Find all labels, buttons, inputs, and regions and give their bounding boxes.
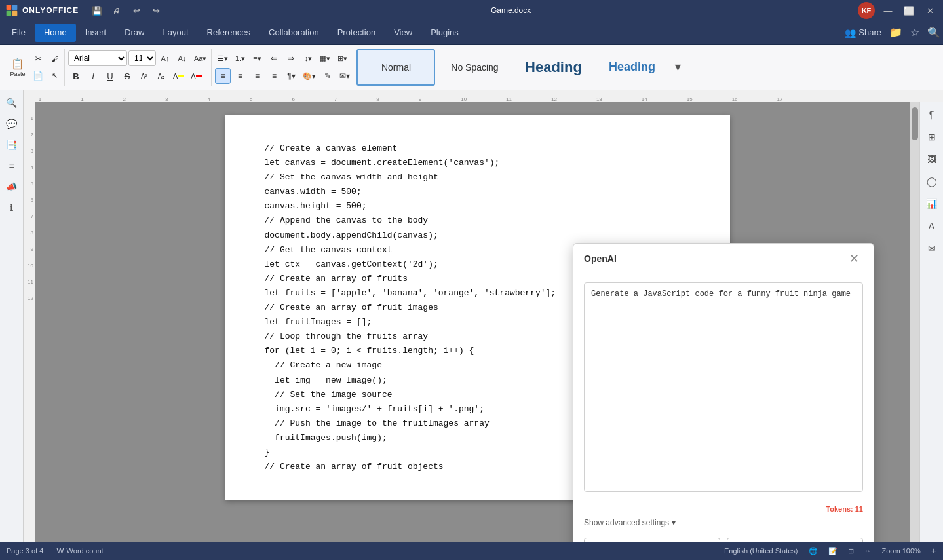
select-btn[interactable]: ↖ [47,68,62,84]
right-panel: ¶ ⊞ 🖼 ◯ 📊 A ✉ [919,102,943,542]
shading-btn[interactable]: ▦▾ [317,50,333,66]
scrollbar-thumb[interactable] [912,107,918,140]
strikethrough-btn[interactable]: S [119,68,135,84]
font-family-select[interactable]: Arial [68,50,127,66]
language-indicator[interactable]: English (United States) [724,547,798,555]
menu-home[interactable]: Home [35,24,76,42]
clear-button[interactable]: Clear [727,538,863,542]
submit-button[interactable]: Submit [584,538,720,542]
style-heading1[interactable]: Heading [514,49,592,86]
nav-btn[interactable]: ≡ [2,156,22,176]
menu-protection[interactable]: Protection [328,24,385,42]
save-btn[interactable]: 💾 [89,3,105,18]
decrease-font-btn[interactable]: A↓ [174,50,190,66]
fill-color-btn[interactable]: 🎨▾ [300,68,318,84]
text-art-btn[interactable]: A [922,216,942,236]
cut-btn[interactable]: ✂ [30,51,46,67]
line-spacing-btn[interactable]: ↕▾ [300,50,316,66]
undo-btn[interactable]: ↩ [128,3,144,18]
bookmarks-btn[interactable]: 📑 [2,135,22,155]
style-heading2[interactable]: Heading [592,49,671,86]
subscript-btn[interactable]: A₂ [153,68,169,84]
find-btn[interactable]: 🔍 [2,93,22,113]
layout-icon[interactable]: ⊞ [848,547,854,555]
numbering-btn[interactable]: 1.▾ [232,50,248,66]
align-right-btn[interactable]: ≡ [249,68,265,84]
underline-btn[interactable]: U [102,68,118,84]
format-painter-btn[interactable]: 🖌 [47,51,62,67]
justify-btn[interactable]: ≡ [266,68,282,84]
menu-insert[interactable]: Insert [76,24,116,42]
menu-file[interactable]: File [3,24,35,42]
menu-references[interactable]: References [198,24,260,42]
chart-btn[interactable]: 📊 [922,194,942,214]
spell-check-icon[interactable]: 🌐 [809,547,818,555]
mail-merge-btn[interactable]: ✉▾ [337,68,353,84]
tokens-value: 11 [855,505,863,513]
svg-rect-1 [12,5,18,10]
scrollbar[interactable] [910,102,919,542]
document-area[interactable]: // Create a canvas elementlet canvas = d… [35,102,919,542]
maximize-btn[interactable]: ⬜ [901,3,917,18]
paste-btn[interactable]: 📋Paste [6,52,29,83]
mail-btn[interactable]: ✉ [922,238,942,258]
font-color-btn[interactable]: A [188,68,204,84]
feedback-btn[interactable]: 📣 [2,177,22,196]
svg-rect-0 [7,5,12,10]
paragraph-mark-btn[interactable]: ¶ [922,105,942,124]
increase-font-btn[interactable]: A↑ [157,50,173,66]
menu-view[interactable]: View [385,24,421,42]
share-button[interactable]: 👥 Share [845,28,881,38]
styles-expand-btn[interactable]: ▼ [671,49,684,86]
superscript-btn[interactable]: A² [136,68,152,84]
tokens-label: Tokens: [826,505,853,513]
font-size-select[interactable]: 11 [128,50,156,66]
menu-draw[interactable]: Draw [115,24,153,42]
toolbar: 📋Paste ✂ 📄 🖌 ↖ Arial 11 A↑ A↓ Aa▾ [0,45,943,90]
folder-icon[interactable]: 📁 [889,26,902,39]
app-logo: ONLYOFFICE [5,4,79,17]
change-case-btn[interactable]: Aa▾ [191,50,209,66]
prompt-input[interactable]: Generate a JavaScript code for a funny f… [584,282,863,492]
menu-plugins[interactable]: Plugins [421,24,468,42]
word-count-label: Word count [67,547,104,555]
highlight-btn[interactable]: A [170,68,187,84]
minimize-btn[interactable]: — [880,3,896,18]
ruler-area: -1 1 2 3 4 5 6 7 8 9 10 11 12 13 14 15 1… [24,90,943,542]
image-btn[interactable]: 🖼 [922,149,942,169]
menu-collaboration[interactable]: Collaboration [260,24,328,42]
table-btn[interactable]: ⊞ [922,127,942,147]
decrease-indent-btn[interactable]: ⇐ [266,50,282,66]
dialog-close-btn[interactable]: ✕ [845,252,863,266]
comments-btn[interactable]: 💬 [2,114,22,134]
user-avatar[interactable]: KF [858,2,875,19]
word-count[interactable]: W Word count [56,546,103,555]
style-normal[interactable]: Normal [356,49,435,86]
redo-btn[interactable]: ↪ [148,3,164,18]
code-line: // Set the canvas width and height [265,170,691,185]
align-center-btn[interactable]: ≡ [232,68,248,84]
track-changes-icon[interactable]: 📝 [828,547,837,555]
search-menu-icon[interactable]: 🔍 [927,26,940,39]
show-advanced-btn[interactable]: Show advanced settings ▾ [573,515,874,532]
copy-btn[interactable]: 📄 [30,68,46,84]
star-icon[interactable]: ☆ [910,26,919,39]
close-window-btn[interactable]: ✕ [922,3,938,18]
align-left-btn[interactable]: ≡ [215,68,231,84]
bold-btn[interactable]: B [68,68,84,84]
menu-layout[interactable]: Layout [154,24,198,42]
italic-btn[interactable]: I [85,68,101,84]
copy-style-btn[interactable]: ✎ [320,68,336,84]
style-no-spacing[interactable]: No Spacing [435,49,514,86]
multilevel-btn[interactable]: ≡▾ [249,50,265,66]
info-btn[interactable]: ℹ [2,198,22,217]
para-mark-btn[interactable]: ¶▾ [283,68,299,84]
print-btn[interactable]: 🖨 [109,3,125,18]
fit-width-icon[interactable]: ↔ [864,547,872,555]
zoom-in-btn[interactable]: + [931,546,936,556]
borders-btn[interactable]: ⊞▾ [334,50,350,66]
svg-rect-3 [12,11,18,16]
increase-indent-btn[interactable]: ⇒ [283,50,299,66]
shapes-btn[interactable]: ◯ [922,172,942,191]
bullets-btn[interactable]: ☰▾ [215,50,231,66]
